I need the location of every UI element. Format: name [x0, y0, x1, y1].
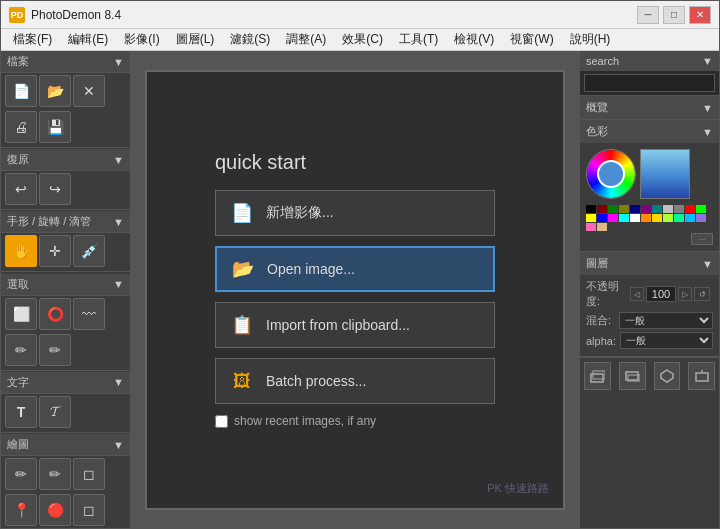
blend-select[interactable]: 一般	[619, 312, 713, 329]
menu-item-l[interactable]: 圖層(L)	[168, 29, 223, 50]
text-style-button[interactable]: 𝓣	[39, 396, 71, 428]
maximize-button[interactable]: □	[663, 6, 685, 24]
rect-select-button[interactable]: ⬜	[5, 298, 37, 330]
palette-color[interactable]	[597, 214, 607, 222]
menu-item-w[interactable]: 視窗(W)	[502, 29, 561, 50]
color-header[interactable]: 色彩 ▼	[580, 120, 719, 143]
close-button[interactable]: ✕	[689, 6, 711, 24]
menu-item-s[interactable]: 濾鏡(S)	[222, 29, 278, 50]
draw-tools-row: ✏ ✏ ◻	[1, 456, 130, 492]
color-palette	[586, 205, 713, 231]
stamp-button[interactable]: 🔴	[39, 494, 71, 526]
palette-color[interactable]	[674, 214, 684, 222]
magic-select-button[interactable]: ✏	[39, 334, 71, 366]
pencil-button[interactable]: ✏	[5, 458, 37, 490]
layer-header[interactable]: 圖層 ▼	[580, 252, 719, 275]
show-recent-checkbox[interactable]	[215, 415, 228, 428]
menu-item-i[interactable]: 影像(I)	[116, 29, 167, 50]
open-file-button[interactable]: 📂	[39, 75, 71, 107]
batch-process-button[interactable]: 🖼 Batch process...	[215, 358, 495, 404]
menu-item-e[interactable]: 編輯(E)	[60, 29, 116, 50]
menu-item-t[interactable]: 工具(T)	[391, 29, 446, 50]
print-button[interactable]: 🖨	[5, 111, 37, 143]
bottom-toolbar	[580, 357, 719, 394]
palette-color[interactable]	[696, 214, 706, 222]
palette-color[interactable]	[597, 205, 607, 213]
undo-button[interactable]: ↩	[5, 173, 37, 205]
palette-more-button[interactable]: ···	[691, 233, 713, 245]
text-button[interactable]: T	[5, 396, 37, 428]
palette-color[interactable]	[586, 223, 596, 231]
menu-item-v[interactable]: 檢視(V)	[446, 29, 502, 50]
palette-color[interactable]	[641, 205, 651, 213]
new-image-button[interactable]: 📄 新增影像...	[215, 190, 495, 236]
opacity-up-btn[interactable]: ▷	[678, 287, 692, 301]
palette-color[interactable]	[652, 205, 662, 213]
palette-color[interactable]	[586, 214, 596, 222]
palette-color[interactable]	[619, 214, 629, 222]
color-swatch[interactable]	[640, 149, 690, 199]
color-label: 色彩	[586, 124, 608, 139]
color-section: 色彩 ▼ ···	[580, 120, 719, 252]
palette-color[interactable]	[685, 214, 695, 222]
quick-start-panel: quick start 📄 新增影像... 📂 Open image... 📋 …	[215, 151, 495, 428]
section-text[interactable]: 文字 ▼	[1, 372, 130, 394]
brush-button[interactable]: ✏	[39, 458, 71, 490]
search-input[interactable]	[584, 74, 715, 92]
color-wheels	[586, 149, 713, 199]
opacity-reset-btn[interactable]: ↺	[694, 287, 710, 301]
layer-icon-1[interactable]	[584, 362, 611, 390]
poly-select-button[interactable]: ✏	[5, 334, 37, 366]
close-file-button[interactable]: ✕	[73, 75, 105, 107]
layer-controls: 不透明度: ◁ ▷ ↺ 混合: 一般	[580, 275, 719, 356]
palette-color[interactable]	[608, 214, 618, 222]
palette-color[interactable]	[663, 205, 673, 213]
section-draw[interactable]: 繪圖 ▼	[1, 434, 130, 456]
layer-icon-2[interactable]	[619, 362, 646, 390]
import-clipboard-button[interactable]: 📋 Import from clipboard...	[215, 302, 495, 348]
save-button[interactable]: 💾	[39, 111, 71, 143]
new-file-button[interactable]: 📄	[5, 75, 37, 107]
palette-color[interactable]	[641, 214, 651, 222]
hand-tool-button[interactable]: ✋	[5, 235, 37, 267]
palette-color[interactable]	[630, 214, 640, 222]
layer-icon-3[interactable]	[654, 362, 681, 390]
move-tool-button[interactable]: ✛	[39, 235, 71, 267]
alpha-select[interactable]: 一般	[620, 332, 713, 349]
opacity-down-btn[interactable]: ◁	[630, 287, 644, 301]
color-controls: ···	[580, 143, 719, 251]
section-select[interactable]: 選取 ▼	[1, 274, 130, 296]
palette-color[interactable]	[674, 205, 684, 213]
preview-header[interactable]: 概覽 ▼	[580, 96, 719, 119]
hue-wheel[interactable]	[586, 149, 636, 199]
section-undo[interactable]: 復原 ▼	[1, 149, 130, 171]
shape-button[interactable]: ◻	[73, 494, 105, 526]
section-file[interactable]: 檔案 ▼	[1, 51, 130, 73]
layer-icon-4[interactable]	[688, 362, 715, 390]
menu-item-c[interactable]: 效果(C)	[334, 29, 391, 50]
menu-item-f[interactable]: 檔案(F)	[5, 29, 60, 50]
redo-button[interactable]: ↪	[39, 173, 71, 205]
open-image-button[interactable]: 📂 Open image...	[215, 246, 495, 292]
palette-color[interactable]	[630, 205, 640, 213]
palette-color[interactable]	[685, 205, 695, 213]
menu-item-a[interactable]: 調整(A)	[278, 29, 334, 50]
title-bar: PD PhotoDemon 8.4 ─ □ ✕	[1, 1, 719, 29]
palette-color[interactable]	[608, 205, 618, 213]
fill-button[interactable]: 📍	[5, 494, 37, 526]
palette-color[interactable]	[586, 205, 596, 213]
menu-item-h[interactable]: 說明(H)	[562, 29, 619, 50]
eyedropper-button[interactable]: 💉	[73, 235, 105, 267]
palette-color[interactable]	[696, 205, 706, 213]
minimize-button[interactable]: ─	[637, 6, 659, 24]
eraser-button[interactable]: ◻	[73, 458, 105, 490]
search-header[interactable]: search ▼	[580, 51, 719, 71]
palette-color[interactable]	[652, 214, 662, 222]
ellipse-select-button[interactable]: ⭕	[39, 298, 71, 330]
section-transform[interactable]: 手形 / 旋轉 / 滴管 ▼	[1, 211, 130, 233]
palette-color[interactable]	[663, 214, 673, 222]
palette-color[interactable]	[619, 205, 629, 213]
lasso-select-button[interactable]: 〰	[73, 298, 105, 330]
palette-color[interactable]	[597, 223, 607, 231]
opacity-input[interactable]	[646, 286, 676, 302]
